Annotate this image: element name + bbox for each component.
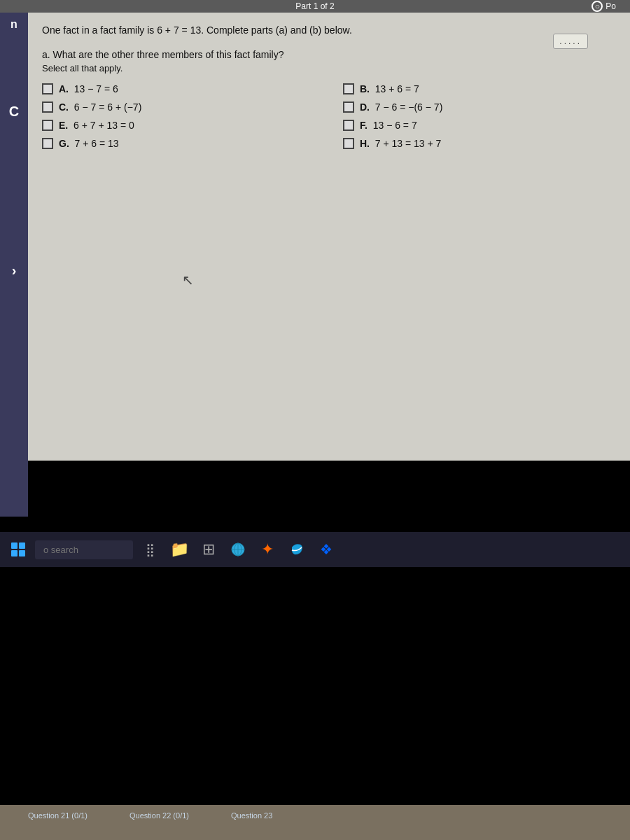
sidebar-arrow[interactable]: › (12, 262, 17, 279)
taskbar-icon-folder[interactable]: 📁 (167, 537, 192, 562)
choice-e-label: E. 6 + 7 + 13 = 0 (59, 120, 134, 131)
choice-c-label: C. 6 − 7 = 6 + (−7) (59, 102, 141, 113)
choice-a-label: A. 13 − 7 = 6 (59, 83, 118, 94)
top-bar: Part 1 of 2 ○ Po (0, 0, 630, 13)
question-nav-22[interactable]: Question 22 (0/1) (108, 811, 210, 820)
checkbox-f[interactable] (343, 120, 354, 131)
taskbar: ⣿ 📁 ⊞ ✦ ❖ (0, 532, 630, 567)
taskbar-icon-star[interactable]: ✦ (255, 537, 280, 562)
dots-button[interactable]: ..... (553, 34, 588, 49)
choice-b[interactable]: B. 13 + 6 = 7 (343, 83, 616, 94)
question-area: ..... One fact in a fact family is 6 + 7… (28, 13, 630, 461)
checkbox-b[interactable] (343, 83, 354, 94)
checkbox-c[interactable] (42, 102, 53, 113)
circle-icon: ○ (592, 1, 603, 12)
checkbox-h[interactable] (343, 138, 354, 149)
taskbar-icon-globe[interactable] (225, 537, 251, 562)
taskbar-icon-grid2[interactable]: ⊞ (196, 537, 221, 562)
choice-g-label: G. 7 + 6 = 13 (59, 138, 119, 149)
taskbar-icon-grid[interactable]: ⣿ (137, 537, 162, 562)
taskbar-search[interactable] (35, 540, 133, 559)
choice-a[interactable]: A. 13 − 7 = 6 (42, 83, 315, 94)
choice-h-label: H. 7 + 13 = 13 + 7 (360, 138, 441, 149)
sidebar-c: C (9, 104, 19, 120)
checkbox-g[interactable] (42, 138, 53, 149)
choice-d[interactable]: D. 7 − 6 = −(6 − 7) (343, 102, 616, 113)
choice-c[interactable]: C. 6 − 7 = 6 + (−7) (42, 102, 315, 113)
choice-h[interactable]: H. 7 + 13 = 13 + 7 (343, 138, 616, 149)
checkbox-a[interactable] (42, 83, 53, 94)
select-all-label: Select all that apply. (42, 63, 616, 74)
taskbar-icon-edge[interactable] (284, 537, 309, 562)
sidebar-n: n (10, 18, 18, 31)
left-sidebar: n C › (0, 13, 28, 517)
po-indicator: ○ Po (592, 1, 616, 12)
choice-f-label: F. 13 − 6 = 7 (360, 120, 417, 131)
question-nav-21[interactable]: Question 21 (0/1) (7, 811, 108, 820)
question-nav-23[interactable]: Question 23 (210, 811, 293, 820)
part-indicator: Part 1 of 2 (295, 1, 334, 11)
black-area (0, 532, 630, 805)
part-a-label: a. What are the other three members of t… (42, 49, 616, 60)
taskbar-icon-dropbox[interactable]: ❖ (314, 537, 339, 562)
choice-d-label: D. 7 − 6 = −(6 − 7) (360, 102, 442, 113)
question-instruction: One fact in a fact family is 6 + 7 = 13.… (42, 24, 616, 38)
checkbox-d[interactable] (343, 102, 354, 113)
checkbox-e[interactable] (42, 120, 53, 131)
choices-grid: A. 13 − 7 = 6 B. 13 + 6 = 7 C. 6 − 7 = 6… (42, 83, 616, 149)
choice-b-label: B. 13 + 6 = 7 (360, 83, 419, 94)
cursor-icon: ↖ (182, 272, 194, 288)
windows-button[interactable] (6, 537, 31, 562)
choice-g[interactable]: G. 7 + 6 = 13 (42, 138, 315, 149)
choice-f[interactable]: F. 13 − 6 = 7 (343, 120, 616, 131)
choice-e[interactable]: E. 6 + 7 + 13 = 0 (42, 120, 315, 131)
